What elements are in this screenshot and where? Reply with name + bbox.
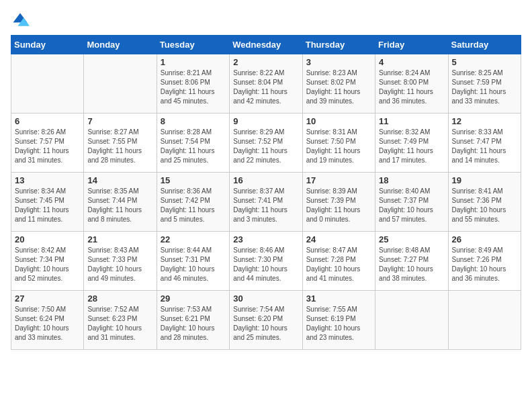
day-number: 29 <box>161 293 226 304</box>
calendar-week-1: 1Sunrise: 8:21 AM Sunset: 8:06 PM Daylig… <box>11 54 521 113</box>
day-number: 20 <box>15 234 80 244</box>
calendar-cell: 15Sunrise: 8:36 AM Sunset: 7:42 PM Dayli… <box>157 173 229 232</box>
day-number: 28 <box>87 293 152 304</box>
day-number: 15 <box>161 175 226 185</box>
day-number: 8 <box>161 116 226 126</box>
day-number: 18 <box>379 175 444 185</box>
calendar-cell: 28Sunrise: 7:52 AM Sunset: 6:23 PM Dayli… <box>84 291 157 350</box>
day-number: 26 <box>452 234 517 244</box>
day-info: Sunrise: 8:35 AM Sunset: 7:44 PM Dayligh… <box>87 187 152 224</box>
day-info: Sunrise: 8:39 AM Sunset: 7:39 PM Dayligh… <box>306 187 371 224</box>
day-number: 12 <box>452 116 517 126</box>
weekday-header-friday: Friday <box>375 36 448 54</box>
day-number: 27 <box>15 293 80 304</box>
calendar-cell: 17Sunrise: 8:39 AM Sunset: 7:39 PM Dayli… <box>302 173 375 232</box>
day-number: 13 <box>15 175 80 185</box>
calendar-week-5: 27Sunrise: 7:50 AM Sunset: 6:24 PM Dayli… <box>11 291 521 350</box>
calendar-cell <box>448 291 521 350</box>
day-info: Sunrise: 7:55 AM Sunset: 6:19 PM Dayligh… <box>306 305 371 342</box>
day-number: 2 <box>233 57 298 67</box>
day-info: Sunrise: 8:29 AM Sunset: 7:52 PM Dayligh… <box>233 128 298 165</box>
calendar-cell: 23Sunrise: 8:46 AM Sunset: 7:30 PM Dayli… <box>230 232 302 291</box>
weekday-header-sunday: Sunday <box>11 36 84 54</box>
day-number: 7 <box>87 116 152 126</box>
day-info: Sunrise: 8:40 AM Sunset: 7:37 PM Dayligh… <box>379 187 444 224</box>
calendar-cell: 7Sunrise: 8:27 AM Sunset: 7:55 PM Daylig… <box>84 113 157 173</box>
day-info: Sunrise: 8:47 AM Sunset: 7:28 PM Dayligh… <box>306 246 371 283</box>
day-info: Sunrise: 8:36 AM Sunset: 7:42 PM Dayligh… <box>161 187 226 224</box>
calendar-cell: 13Sunrise: 8:34 AM Sunset: 7:45 PM Dayli… <box>11 173 84 232</box>
calendar-cell: 30Sunrise: 7:54 AM Sunset: 6:20 PM Dayli… <box>230 291 302 350</box>
calendar-cell: 26Sunrise: 8:49 AM Sunset: 7:26 PM Dayli… <box>448 232 521 291</box>
calendar-cell <box>84 54 157 113</box>
calendar-cell: 25Sunrise: 8:48 AM Sunset: 7:27 PM Dayli… <box>375 232 448 291</box>
day-info: Sunrise: 8:49 AM Sunset: 7:26 PM Dayligh… <box>452 246 517 283</box>
calendar-cell: 5Sunrise: 8:25 AM Sunset: 7:59 PM Daylig… <box>448 54 521 113</box>
weekday-header-wednesday: Wednesday <box>230 36 302 54</box>
day-info: Sunrise: 7:52 AM Sunset: 6:23 PM Dayligh… <box>87 305 152 342</box>
day-number: 3 <box>306 57 371 67</box>
calendar-cell: 10Sunrise: 8:31 AM Sunset: 7:50 PM Dayli… <box>302 113 375 173</box>
day-info: Sunrise: 8:37 AM Sunset: 7:41 PM Dayligh… <box>233 187 298 224</box>
day-info: Sunrise: 8:23 AM Sunset: 8:02 PM Dayligh… <box>306 68 371 106</box>
day-info: Sunrise: 8:44 AM Sunset: 7:31 PM Dayligh… <box>161 246 226 283</box>
logo <box>11 11 32 30</box>
weekday-header-thursday: Thursday <box>302 36 375 54</box>
day-info: Sunrise: 8:33 AM Sunset: 7:47 PM Dayligh… <box>452 128 517 165</box>
calendar-body: 1Sunrise: 8:21 AM Sunset: 8:06 PM Daylig… <box>11 54 521 350</box>
day-info: Sunrise: 8:21 AM Sunset: 8:06 PM Dayligh… <box>161 68 226 106</box>
calendar-table: SundayMondayTuesdayWednesdayThursdayFrid… <box>11 35 521 350</box>
day-number: 6 <box>15 116 80 126</box>
calendar-cell: 29Sunrise: 7:53 AM Sunset: 6:21 PM Dayli… <box>157 291 229 350</box>
day-number: 11 <box>379 116 444 126</box>
logo-icon <box>11 11 30 30</box>
calendar-cell: 9Sunrise: 8:29 AM Sunset: 7:52 PM Daylig… <box>230 113 302 173</box>
weekday-header-tuesday: Tuesday <box>157 36 229 54</box>
day-info: Sunrise: 7:50 AM Sunset: 6:24 PM Dayligh… <box>15 305 80 342</box>
calendar-cell: 11Sunrise: 8:32 AM Sunset: 7:49 PM Dayli… <box>375 113 448 173</box>
calendar-week-3: 13Sunrise: 8:34 AM Sunset: 7:45 PM Dayli… <box>11 173 521 232</box>
day-info: Sunrise: 7:54 AM Sunset: 6:20 PM Dayligh… <box>233 305 298 342</box>
calendar-cell: 12Sunrise: 8:33 AM Sunset: 7:47 PM Dayli… <box>448 113 521 173</box>
day-number: 5 <box>452 57 517 67</box>
day-info: Sunrise: 8:27 AM Sunset: 7:55 PM Dayligh… <box>87 128 152 165</box>
day-info: Sunrise: 8:28 AM Sunset: 7:54 PM Dayligh… <box>161 128 226 165</box>
day-number: 16 <box>233 175 298 185</box>
calendar-cell: 31Sunrise: 7:55 AM Sunset: 6:19 PM Dayli… <box>302 291 375 350</box>
day-number: 4 <box>379 57 444 67</box>
calendar-cell: 16Sunrise: 8:37 AM Sunset: 7:41 PM Dayli… <box>230 173 302 232</box>
weekday-header-saturday: Saturday <box>448 36 521 54</box>
day-info: Sunrise: 8:24 AM Sunset: 8:00 PM Dayligh… <box>379 68 444 106</box>
calendar-cell: 24Sunrise: 8:47 AM Sunset: 7:28 PM Dayli… <box>302 232 375 291</box>
page-header <box>11 11 521 30</box>
calendar-cell: 14Sunrise: 8:35 AM Sunset: 7:44 PM Dayli… <box>84 173 157 232</box>
day-number: 9 <box>233 116 298 126</box>
day-info: Sunrise: 8:43 AM Sunset: 7:33 PM Dayligh… <box>87 246 152 283</box>
calendar-week-2: 6Sunrise: 8:26 AM Sunset: 7:57 PM Daylig… <box>11 113 521 173</box>
calendar-cell: 18Sunrise: 8:40 AM Sunset: 7:37 PM Dayli… <box>375 173 448 232</box>
calendar-cell: 8Sunrise: 8:28 AM Sunset: 7:54 PM Daylig… <box>157 113 229 173</box>
day-number: 22 <box>161 234 226 244</box>
day-number: 1 <box>161 57 226 67</box>
calendar-cell: 1Sunrise: 8:21 AM Sunset: 8:06 PM Daylig… <box>157 54 229 113</box>
day-number: 14 <box>87 175 152 185</box>
calendar-cell: 19Sunrise: 8:41 AM Sunset: 7:36 PM Dayli… <box>448 173 521 232</box>
weekday-header-monday: Monday <box>84 36 157 54</box>
day-number: 24 <box>306 234 371 244</box>
day-number: 31 <box>306 293 371 304</box>
calendar-cell: 3Sunrise: 8:23 AM Sunset: 8:02 PM Daylig… <box>302 54 375 113</box>
calendar-cell <box>375 291 448 350</box>
calendar-cell: 21Sunrise: 8:43 AM Sunset: 7:33 PM Dayli… <box>84 232 157 291</box>
day-info: Sunrise: 8:32 AM Sunset: 7:49 PM Dayligh… <box>379 128 444 165</box>
day-info: Sunrise: 8:42 AM Sunset: 7:34 PM Dayligh… <box>15 246 80 283</box>
calendar-cell: 27Sunrise: 7:50 AM Sunset: 6:24 PM Dayli… <box>11 291 84 350</box>
calendar-cell: 22Sunrise: 8:44 AM Sunset: 7:31 PM Dayli… <box>157 232 229 291</box>
calendar-cell: 4Sunrise: 8:24 AM Sunset: 8:00 PM Daylig… <box>375 54 448 113</box>
day-number: 23 <box>233 234 298 244</box>
day-info: Sunrise: 7:53 AM Sunset: 6:21 PM Dayligh… <box>161 305 226 342</box>
day-number: 21 <box>87 234 152 244</box>
day-info: Sunrise: 8:48 AM Sunset: 7:27 PM Dayligh… <box>379 246 444 283</box>
day-info: Sunrise: 8:25 AM Sunset: 7:59 PM Dayligh… <box>452 68 517 106</box>
weekday-header-row: SundayMondayTuesdayWednesdayThursdayFrid… <box>11 36 521 54</box>
day-number: 19 <box>452 175 517 185</box>
